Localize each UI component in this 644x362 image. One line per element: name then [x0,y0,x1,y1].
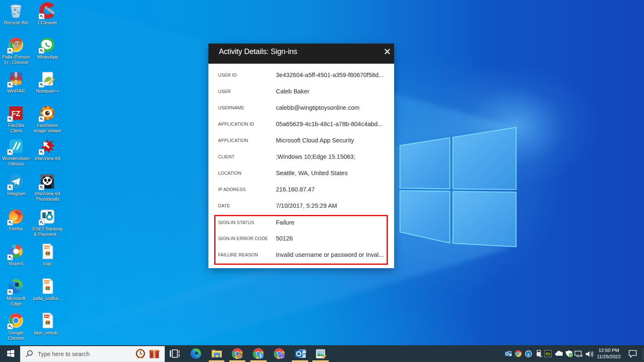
svg-text:e: e [527,351,530,356]
svg-text:PNG: PNG [44,246,49,249]
svg-text:PNG: PNG [44,281,49,284]
svg-text:JPG: JPG [44,315,49,318]
